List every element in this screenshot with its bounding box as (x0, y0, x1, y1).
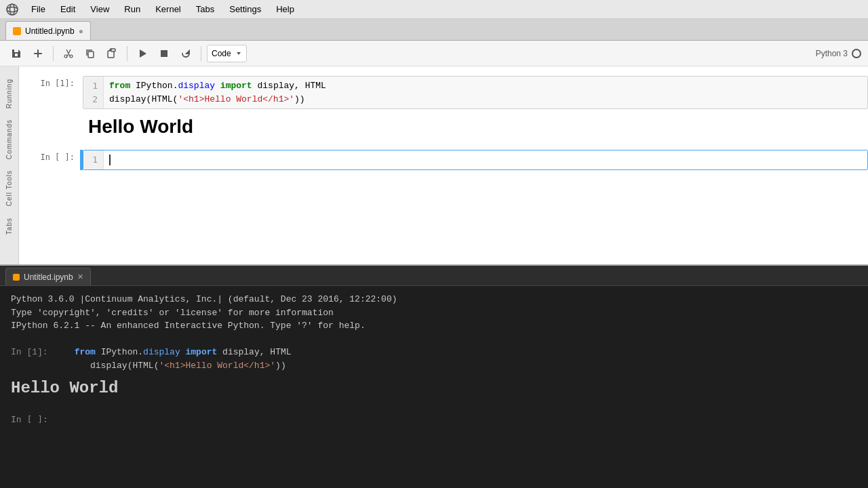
term-cell1-code: from IPython.display import display, HTM… (53, 347, 291, 357)
cell-2-code-area: 1 (83, 150, 867, 169)
menu-settings[interactable]: Settings (222, 3, 268, 16)
cell-type-label: Code (212, 49, 231, 58)
tab-name: Untitled.ipynb (25, 26, 75, 36)
notebook-content: In [1]: 12 from IPython.display import d… (19, 66, 868, 264)
term-cell2: In [ ]: (11, 410, 857, 429)
cell-1-body: 12 from IPython.display import display, … (83, 76, 868, 144)
menu-tabs[interactable]: Tabs (189, 3, 221, 16)
bottom-panel: Untitled.ipynb ✕ Python 3.6.0 |Continuum… (0, 264, 868, 488)
menu-bar: File Edit View Run Kernel Tabs Settings … (0, 0, 868, 19)
cell-2: In [ ]: 1 (19, 147, 868, 173)
term-info-1: Python 3.6.0 |Continuum Analytics, Inc.|… (11, 293, 857, 306)
stop-button[interactable] (155, 44, 174, 63)
toolbar-separator-2 (127, 46, 127, 61)
bottom-tab-name: Untitled.ipynb (24, 272, 73, 282)
kernel-indicator (852, 49, 861, 58)
term-cell1-line2: display(HTML('<h1>Hello World</h1>')) (11, 359, 857, 373)
sidebar-label-tabs[interactable]: Tabs (5, 218, 13, 235)
menu-edit[interactable]: Edit (54, 3, 82, 16)
sidebar-label-running[interactable]: Running (5, 79, 13, 108)
bottom-tab-icon (13, 274, 20, 281)
cell-1: In [1]: 12 from IPython.display import d… (19, 73, 868, 147)
tab-icon (13, 27, 21, 35)
term-info-3: IPython 6.2.1 -- An enhanced Interactive… (11, 319, 857, 333)
save-button[interactable] (7, 44, 26, 63)
paste-button[interactable] (102, 44, 121, 63)
cell-2-body: 1 (83, 150, 868, 170)
menu-view[interactable]: View (83, 3, 116, 16)
toolbar-separator-3 (201, 46, 201, 61)
cell-1-output-hello: Hello World (83, 113, 868, 140)
restart-button[interactable] (176, 44, 195, 63)
text-cursor (109, 155, 111, 165)
cell-1-code-content: from IPython.display import display, HTM… (104, 77, 867, 108)
dropdown-arrow-icon (235, 50, 242, 57)
bottom-tab-bar: Untitled.ipynb ✕ (0, 266, 868, 286)
copy-button[interactable] (81, 44, 100, 63)
term-hello-output: Hello World (11, 372, 857, 405)
cell-1-prompt: In [1]: (19, 76, 80, 88)
tab-modified-indicator: ● (79, 26, 83, 36)
run-button[interactable] (133, 44, 152, 63)
svg-marker-6 (140, 49, 146, 58)
svg-marker-8 (186, 51, 189, 54)
cell-1-code-area: 12 from IPython.display import display, … (83, 77, 867, 108)
bottom-tab-notebook[interactable]: Untitled.ipynb ✕ (5, 268, 91, 285)
menu-kernel[interactable]: Kernel (149, 3, 188, 16)
cell-type-dropdown[interactable]: Code (207, 45, 247, 62)
term-cell1: In [1]: from IPython.display import disp… (11, 346, 857, 359)
tab-bar: Untitled.ipynb ● (0, 19, 868, 41)
cell-1-line-1: from IPython.display import display, HTM… (109, 79, 862, 93)
kernel-name-label: Python 3 (816, 49, 848, 58)
notebook-tab[interactable]: Untitled.ipynb ● (5, 21, 91, 40)
sidebar-label-commands[interactable]: Commands (5, 119, 13, 159)
term-info-2: Type 'copyright', 'credits' or 'license'… (11, 306, 857, 320)
cell-1-output: Hello World (83, 109, 868, 144)
cell-1-input[interactable]: 12 from IPython.display import display, … (83, 76, 868, 109)
cell-1-line-2: display(HTML('<h1>Hello World</h1>')) (109, 93, 862, 106)
cut-button[interactable] (59, 44, 78, 63)
svg-rect-7 (161, 50, 167, 57)
main-area: Running Commands Cell Tools Tabs In [1]:… (0, 66, 868, 264)
svg-marker-9 (237, 52, 241, 55)
app-logo (5, 3, 19, 16)
kernel-status: Python 3 (816, 49, 861, 58)
svg-point-1 (7, 7, 18, 12)
svg-rect-3 (88, 52, 94, 58)
term-cell1-code2: display(HTML('<h1>Hello World</h1>')) (11, 361, 286, 371)
menu-help[interactable]: Help (269, 3, 301, 16)
bottom-tab-close[interactable]: ✕ (77, 272, 83, 281)
menu-run[interactable]: Run (117, 3, 147, 16)
svg-point-2 (10, 4, 15, 15)
toolbar: Code Python 3 (0, 41, 868, 66)
terminal-content: Python 3.6.0 |Continuum Analytics, Inc.|… (0, 286, 868, 488)
sidebar: Running Commands Cell Tools Tabs (0, 66, 19, 264)
cell-2-input[interactable]: 1 (83, 150, 868, 170)
svg-rect-5 (111, 49, 115, 52)
term-cell2-prompt: In [ ]: (11, 413, 48, 426)
add-cell-button[interactable] (28, 44, 47, 63)
menu-file[interactable]: File (24, 3, 52, 16)
cell-2-cursor-line (104, 150, 116, 169)
cell-2-prompt: In [ ]: (19, 150, 80, 162)
cell-2-line-numbers: 1 (83, 150, 104, 169)
term-cell1-prompt: In [1]: (11, 347, 48, 357)
svg-point-0 (7, 4, 18, 15)
toolbar-separator-1 (53, 46, 54, 61)
sidebar-label-celltools[interactable]: Cell Tools (5, 170, 13, 206)
cell-1-line-numbers: 12 (83, 77, 104, 108)
